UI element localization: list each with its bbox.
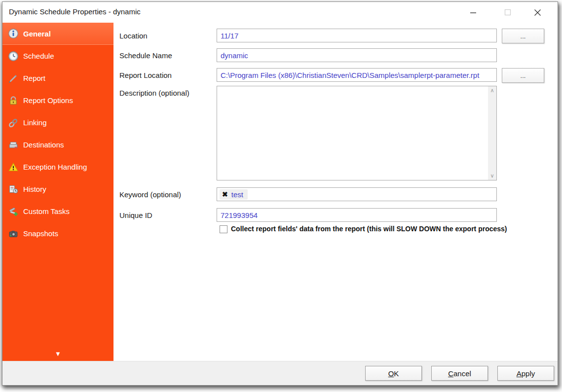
maximize-button[interactable] <box>492 2 523 23</box>
report-location-browse-button[interactable]: ... <box>502 68 544 83</box>
chevron-down-icon: ▼ <box>55 350 61 357</box>
link-icon <box>8 117 19 128</box>
info-icon <box>8 28 19 39</box>
sidebar-item-history[interactable]: History <box>2 178 113 200</box>
window-title: Dynamic Schedule Properties - dynamic <box>9 7 141 16</box>
sidebar-item-label: Snapshots <box>23 229 58 238</box>
report-icon <box>8 73 19 84</box>
sidebar-item-label: Destinations <box>23 141 64 149</box>
sidebar-nav: General Schedule Report Report Options L <box>2 23 113 362</box>
checkbox-unchecked-icon[interactable] <box>220 225 227 233</box>
snapshots-icon <box>8 228 19 239</box>
history-icon <box>8 184 19 195</box>
sidebar-item-snapshots[interactable]: Snapshots <box>2 222 113 245</box>
general-panel: Location 11/17 ... Schedule Name dynamic… <box>113 23 558 362</box>
description-scrollbar[interactable]: ∧ ∨ <box>488 86 496 180</box>
custom-tasks-icon <box>8 206 19 217</box>
dialog-window: Dynamic Schedule Properties - dynamic Ge… <box>2 1 558 386</box>
unique-id-input[interactable]: 721993954 <box>217 208 497 222</box>
schedule-name-input[interactable]: dynamic <box>217 48 497 62</box>
dialog-footer: OK Cancel Apply <box>2 361 558 385</box>
location-value: 11/17 <box>221 32 238 40</box>
collect-report-fields-checkbox-row[interactable]: Collect report fields' data from the rep… <box>220 225 507 233</box>
ellipsis-icon: ... <box>521 72 526 79</box>
sidebar-item-label: General <box>23 30 51 38</box>
title-bar: Dynamic Schedule Properties - dynamic <box>2 2 558 23</box>
close-button[interactable] <box>522 2 553 23</box>
sidebar-item-label: Exception Handling <box>23 163 87 171</box>
sidebar-item-schedule[interactable]: Schedule <box>2 45 113 67</box>
ellipsis-icon: ... <box>521 33 526 40</box>
keyword-tag-text: test <box>231 190 243 199</box>
schedule-name-label: Schedule Name <box>119 51 172 60</box>
sidebar-item-destinations[interactable]: Destinations <box>2 134 113 156</box>
minimize-icon <box>470 9 477 16</box>
sidebar-item-general[interactable]: General <box>2 23 113 45</box>
location-label: Location <box>119 32 148 40</box>
sidebar-item-label: Report <box>23 74 45 82</box>
report-location-input[interactable]: C:\Program Files (x86)\ChristianSteven\C… <box>217 68 497 82</box>
sidebar-item-label: Schedule <box>23 52 54 60</box>
sidebar-scroll-more-button[interactable]: ▼ <box>2 351 113 357</box>
schedule-name-value: dynamic <box>221 51 248 60</box>
apply-button[interactable]: Apply <box>497 366 554 381</box>
sidebar-item-label: Report Options <box>23 96 73 105</box>
description-textarea[interactable]: ∧ ∨ <box>217 86 497 180</box>
ok-button[interactable]: OK <box>365 366 422 381</box>
minimize-button[interactable] <box>458 2 488 23</box>
keyword-input[interactable]: ✖ test <box>217 187 497 201</box>
cancel-button[interactable]: Cancel <box>431 366 488 381</box>
scroll-up-icon[interactable]: ∧ <box>488 86 496 95</box>
report-location-value: C:\Program Files (x86)\ChristianSteven\C… <box>221 71 479 79</box>
unique-id-label: Unique ID <box>119 211 152 219</box>
warning-icon <box>8 162 19 173</box>
unique-id-value: 721993954 <box>221 211 258 219</box>
keyword-chip: ✖ test <box>220 189 248 200</box>
keyword-label: Keyword (optional) <box>119 190 181 199</box>
report-location-label: Report Location <box>119 71 172 79</box>
maximize-icon <box>504 9 511 16</box>
sidebar-item-custom-tasks[interactable]: Custom Tasks <box>2 200 113 222</box>
sidebar-item-label: History <box>23 185 46 193</box>
close-icon <box>534 9 541 16</box>
sidebar-item-linking[interactable]: Linking <box>2 111 113 134</box>
description-label: Description (optional) <box>119 89 189 97</box>
destinations-icon <box>8 140 19 150</box>
location-input[interactable]: 11/17 <box>217 29 497 42</box>
sidebar-item-label: Linking <box>23 118 47 127</box>
lock-icon <box>8 95 19 106</box>
sidebar-item-report[interactable]: Report <box>2 67 113 89</box>
scroll-down-icon[interactable]: ∨ <box>488 172 496 180</box>
sidebar-item-exception-handling[interactable]: Exception Handling <box>2 156 113 178</box>
sidebar-item-report-options[interactable]: Report Options <box>2 89 113 111</box>
location-browse-button[interactable]: ... <box>502 29 544 43</box>
collect-report-fields-label: Collect report fields' data from the rep… <box>231 225 507 233</box>
clock-icon <box>8 51 19 62</box>
sidebar-item-label: Custom Tasks <box>23 207 70 215</box>
remove-keyword-icon[interactable]: ✖ <box>222 190 228 198</box>
